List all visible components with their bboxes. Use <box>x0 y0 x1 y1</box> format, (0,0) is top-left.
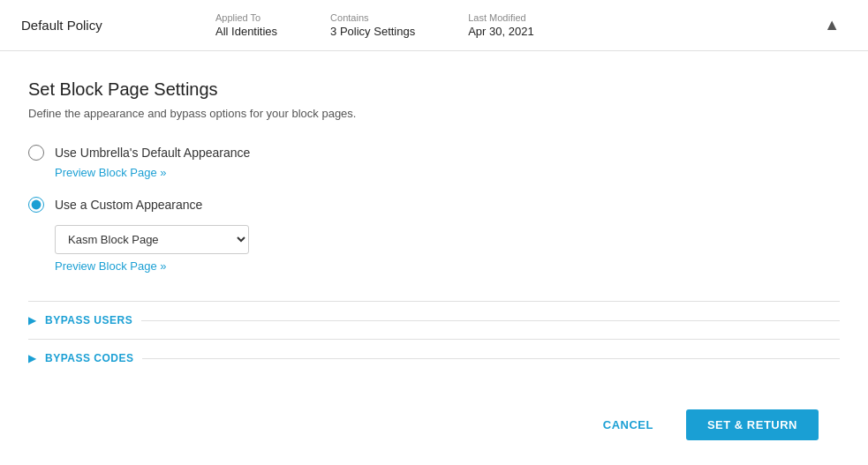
cancel-button[interactable]: CANCEL <box>581 409 676 441</box>
radio-option-custom: Use a Custom Appearance Kasm Block Page … <box>28 197 840 273</box>
main-content: Set Block Page Settings Define the appea… <box>0 51 868 465</box>
collapse-button[interactable]: ▲ <box>817 12 847 38</box>
footer: CANCEL SET & RETURN <box>28 394 840 455</box>
bypass-codes-section: ▶ BYPASS CODES <box>28 339 840 377</box>
radio-custom-appearance[interactable] <box>28 197 44 213</box>
custom-appearance-dropdown[interactable]: Kasm Block Page <box>55 225 249 254</box>
policy-meta: Applied To All Identities Contains 3 Pol… <box>215 12 817 38</box>
section-title: Set Block Page Settings <box>28 79 840 100</box>
bypass-users-title: BYPASS USERS <box>45 314 132 326</box>
bypass-users-accordion[interactable]: ▶ BYPASS USERS <box>28 314 840 326</box>
radio-row-default: Use Umbrella's Default Appearance <box>28 145 840 161</box>
preview-link-default[interactable]: Preview Block Page » <box>55 166 840 179</box>
radio-custom-label: Use a Custom Appearance <box>55 198 202 212</box>
applied-to-value: All Identities <box>215 25 277 38</box>
section-desc: Define the appearance and bypass options… <box>28 107 840 120</box>
radio-row-custom: Use a Custom Appearance <box>28 197 840 213</box>
applied-to-label: Applied To <box>215 12 277 23</box>
last-modified-label: Last Modified <box>468 12 533 23</box>
radio-group: Use Umbrella's Default Appearance Previe… <box>28 145 840 273</box>
bypass-users-line <box>141 320 840 321</box>
preview-link-custom[interactable]: Preview Block Page » <box>55 259 840 273</box>
radio-default-label: Use Umbrella's Default Appearance <box>55 146 250 160</box>
bypass-codes-chevron-icon: ▶ <box>28 352 36 364</box>
last-modified-value: Apr 30, 2021 <box>468 25 533 38</box>
contains-label: Contains <box>330 12 415 23</box>
set-return-button[interactable]: SET & RETURN <box>686 409 819 440</box>
policy-name: Default Policy <box>21 18 162 33</box>
meta-applied-to: Applied To All Identities <box>215 12 277 38</box>
bypass-codes-line <box>142 358 840 359</box>
contains-value: 3 Policy Settings <box>330 25 415 38</box>
meta-last-modified: Last Modified Apr 30, 2021 <box>468 12 533 38</box>
meta-contains: Contains 3 Policy Settings <box>330 12 415 38</box>
dropdown-row: Kasm Block Page <box>55 225 840 254</box>
bypass-users-chevron-icon: ▶ <box>28 314 36 326</box>
bypass-codes-title: BYPASS CODES <box>45 352 133 364</box>
bypass-users-section: ▶ BYPASS USERS <box>28 301 840 339</box>
radio-option-default: Use Umbrella's Default Appearance Previe… <box>28 145 840 179</box>
policy-header: Default Policy Applied To All Identities… <box>0 0 868 51</box>
radio-default-appearance[interactable] <box>28 145 44 161</box>
bypass-codes-accordion[interactable]: ▶ BYPASS CODES <box>28 352 840 364</box>
